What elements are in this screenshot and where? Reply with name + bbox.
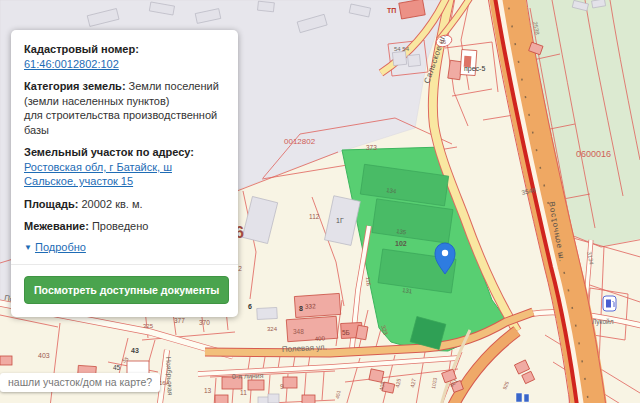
parcel-number: 373 bbox=[366, 144, 377, 151]
survey-label: Межевание: bbox=[24, 220, 89, 232]
area-value: 20002 кв. м. bbox=[81, 198, 142, 210]
parcel-number: 370 bbox=[199, 319, 210, 326]
building-number-1g: 1Г bbox=[336, 217, 344, 224]
cadastral-number-label: Кадастровый номер: bbox=[24, 43, 139, 55]
view-documents-button[interactable]: Посмотреть доступные документы bbox=[24, 276, 229, 304]
selected-parcel-number: 102 bbox=[395, 240, 407, 247]
details-toggle[interactable]: ▼ Подробно bbox=[24, 240, 225, 255]
quarter-number-0600016: 0600016 bbox=[576, 149, 611, 159]
house-number: 9 bbox=[280, 383, 284, 390]
area-row: Площадь: 20002 кв. м. bbox=[24, 197, 225, 212]
gas-station-icon[interactable] bbox=[603, 296, 616, 311]
cadastral-number-link[interactable]: 61:46:0012802:102 bbox=[24, 58, 119, 70]
poi-label-lukoil: Лукойл bbox=[592, 318, 614, 326]
area-label: Площадь: bbox=[24, 198, 78, 210]
address-link[interactable]: Ростовская обл, г Батайск, ш Сальское, у… bbox=[24, 161, 172, 188]
quarter-number-0012802: 0012802 bbox=[284, 137, 316, 146]
survey-row: Межевание: Проведено bbox=[24, 219, 225, 234]
address-row: Земельный участок по адресу: Ростовская … bbox=[24, 145, 225, 189]
details-link[interactable]: Подробно bbox=[35, 241, 86, 253]
house-number: 6 bbox=[248, 303, 252, 310]
parcel-number: 325 bbox=[143, 323, 154, 329]
house-number: 8 bbox=[299, 305, 303, 312]
poi-label-tp: ТП bbox=[387, 7, 396, 14]
lane-number-11b: 11Б bbox=[365, 277, 372, 287]
parcel-number-54-54: 54 54 bbox=[394, 46, 410, 52]
parcel-number: 348 bbox=[293, 328, 304, 335]
road-shield-number: 16 bbox=[440, 39, 446, 45]
cadastral-number-row: Кадастровый номер: 61:46:0012802:102 bbox=[24, 42, 225, 71]
cadastral-map-page: Сальское ш. Восточное ш. Полевая ул. Пол… bbox=[0, 0, 640, 409]
house-number: 11 bbox=[240, 389, 247, 396]
land-category-extra: для строительства производственной базы bbox=[24, 109, 217, 136]
land-category-label: Категория земель: bbox=[24, 80, 126, 92]
parcel-number: 403 bbox=[38, 352, 50, 359]
house-number: 43 bbox=[131, 347, 139, 354]
panel-divider bbox=[11, 264, 238, 265]
info-panel: Кадастровый номер: 61:46:0012802:102 Кат… bbox=[11, 30, 238, 317]
chevron-down-icon: ▼ bbox=[24, 243, 32, 252]
parcel-number: 377 bbox=[174, 317, 185, 324]
land-category-row: Категория земель: Земли поселений (земли… bbox=[24, 79, 225, 137]
parcel-number: 112 bbox=[309, 213, 320, 220]
poi-label-express: прес-5 bbox=[464, 65, 485, 73]
page-bottom-strip bbox=[0, 403, 640, 409]
house-number: 13 bbox=[204, 387, 212, 394]
house-number: 45 bbox=[113, 364, 121, 371]
parcel-number: 16А bbox=[159, 380, 170, 386]
parcel-number: 324 bbox=[267, 326, 278, 332]
survey-value: Проведено bbox=[92, 220, 148, 232]
building-number: 5Б bbox=[342, 329, 350, 336]
street-label-zero-line: 0-я линия bbox=[232, 372, 264, 380]
building-number: 400 bbox=[315, 335, 326, 342]
map-search-hint[interactable]: нашли участок/дом на карте? bbox=[0, 373, 160, 392]
building-number: 332 bbox=[305, 302, 317, 310]
address-label: Земельный участок по адресу: bbox=[24, 146, 194, 158]
